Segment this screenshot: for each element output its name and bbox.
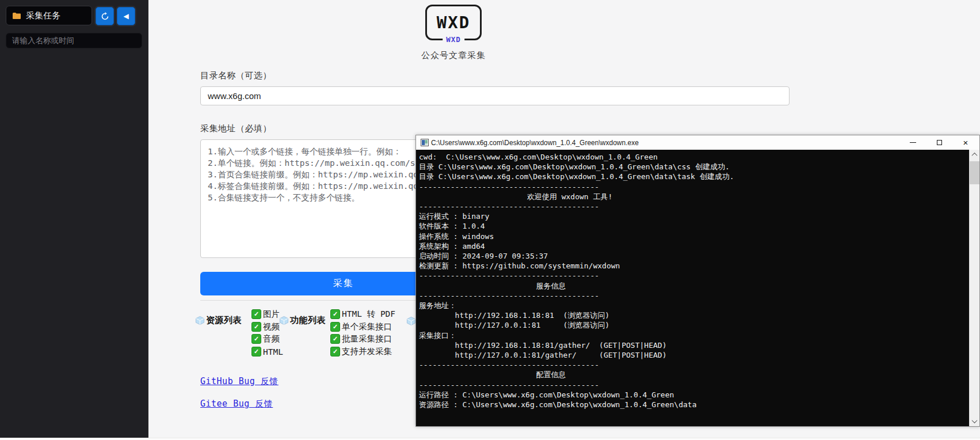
github-feedback-link[interactable]: GitHub Bug 反馈 xyxy=(200,376,279,387)
checkbox-checked-icon[interactable]: ✓ xyxy=(330,347,340,356)
checkbox-item[interactable]: ✓ 视频 xyxy=(251,321,283,333)
sidebar: 采集任务 ◀ xyxy=(0,0,148,438)
checkbox-checked-icon[interactable]: ✓ xyxy=(330,322,340,332)
checkbox-item[interactable]: ✓ 音频 xyxy=(251,333,283,346)
feature-list-header: 功能列表 xyxy=(279,315,326,326)
checkbox-checked-icon[interactable]: ✓ xyxy=(251,309,261,319)
options-section: 资源列表 ✓ 图片 ✓ 视频 ✓ 音频 ✓ HTML xyxy=(195,308,437,360)
logo-text: WXD xyxy=(437,13,470,32)
checkbox-checked-icon[interactable]: ✓ xyxy=(330,334,340,344)
console-app-icon xyxy=(421,139,429,146)
resource-list-header: 资源列表 xyxy=(195,315,242,326)
feature-checkbox-list: ✓ HTML 转 PDF ✓ 单个采集接口 ✓ 批量采集接口 ✓ 支持并发采集 xyxy=(330,308,395,358)
close-button[interactable]: × xyxy=(952,135,979,150)
close-icon: × xyxy=(963,138,968,147)
refresh-icon xyxy=(101,12,109,21)
scrollbar-thumb[interactable] xyxy=(970,161,979,184)
console-title: C:\Users\www.x6g.com\Desktop\wxdown_1.0.… xyxy=(431,139,639,147)
cube-icon xyxy=(406,316,416,326)
brand-block: WXD WXD 公众号文章采集 xyxy=(403,5,504,61)
checkbox-item[interactable]: ✓ 图片 xyxy=(251,308,283,321)
gitee-feedback-link[interactable]: Gitee Bug 反馈 xyxy=(200,399,273,409)
checkbox-checked-icon[interactable]: ✓ xyxy=(251,322,261,332)
console-titlebar[interactable]: C:\Users\www.x6g.com\Desktop\wxdown_1.0.… xyxy=(416,135,979,150)
checkbox-checked-icon[interactable]: ✓ xyxy=(251,334,261,344)
search-input[interactable] xyxy=(6,33,142,48)
console-text: cwd: C:\Users\www.x6g.com\Desktop\wxdown… xyxy=(416,150,979,409)
cube-icon xyxy=(279,316,289,325)
dir-name-label: 目录名称（可选） xyxy=(200,70,272,81)
bottom-strip xyxy=(0,438,980,440)
console-window: C:\Users\www.x6g.com\Desktop\wxdown_1.0.… xyxy=(415,135,980,427)
minimize-icon xyxy=(910,142,916,143)
checkbox-item[interactable]: ✓ HTML xyxy=(251,346,283,358)
dir-name-input[interactable] xyxy=(200,86,790,105)
collapse-button[interactable]: ◀ xyxy=(117,7,135,25)
cube-icon xyxy=(195,316,205,325)
checkbox-item[interactable]: ✓ HTML 转 PDF xyxy=(330,308,395,321)
collapse-left-icon: ◀ xyxy=(123,13,128,20)
refresh-button[interactable] xyxy=(96,7,114,25)
logo: WXD WXD xyxy=(425,5,482,40)
checkbox-item[interactable]: ✓ 批量采集接口 xyxy=(330,333,395,346)
task-list-header[interactable]: 采集任务 xyxy=(6,6,92,25)
console-output: cwd: C:\Users\www.x6g.com\Desktop\wxdown… xyxy=(416,150,979,426)
maximize-button[interactable] xyxy=(926,135,952,150)
checkbox-checked-icon[interactable]: ✓ xyxy=(251,347,261,356)
scroll-up-icon[interactable] xyxy=(970,150,979,160)
window-controls: × xyxy=(899,135,979,150)
scroll-down-icon[interactable] xyxy=(970,416,979,426)
app-subtitle: 公众号文章采集 xyxy=(403,50,504,61)
collect-addr-label: 采集地址（必填） xyxy=(200,123,272,134)
checkbox-checked-icon[interactable]: ✓ xyxy=(330,309,340,319)
scrollbar[interactable] xyxy=(969,150,979,426)
task-list-title: 采集任务 xyxy=(26,10,60,21)
folder-icon xyxy=(12,12,21,20)
logo-badge: WXD xyxy=(443,35,464,44)
checkbox-item[interactable]: ✓ 单个采集接口 xyxy=(330,321,395,333)
checkbox-item[interactable]: ✓ 支持并发采集 xyxy=(330,346,395,358)
minimize-button[interactable] xyxy=(899,135,926,150)
maximize-icon xyxy=(937,140,942,145)
resource-checkbox-list: ✓ 图片 ✓ 视频 ✓ 音频 ✓ HTML xyxy=(251,308,283,358)
